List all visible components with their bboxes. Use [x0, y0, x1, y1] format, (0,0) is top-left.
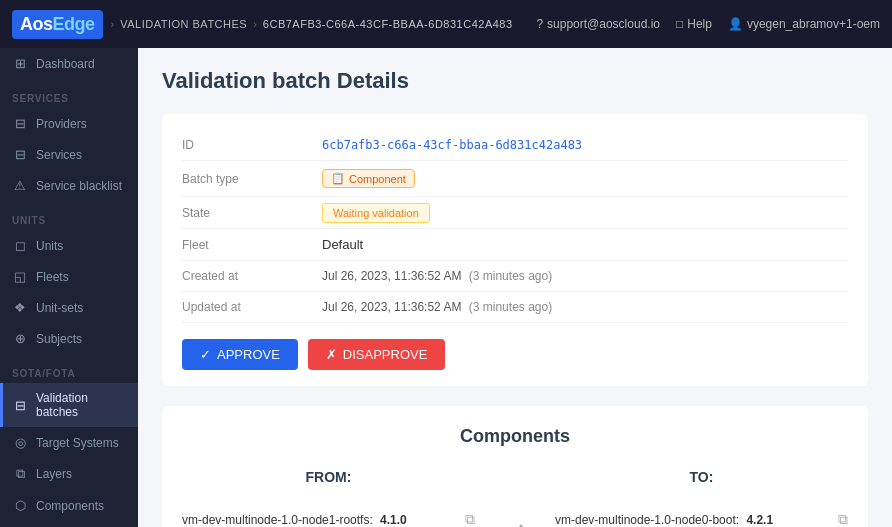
services-icon: ⊟ [12, 147, 28, 162]
sidebar-item-label: Dashboard [36, 57, 95, 71]
detail-card: ID 6cb7afb3-c66a-43cf-bbaa-6d831c42a483 … [162, 114, 868, 386]
app-logo: AosEdge [12, 10, 103, 39]
page-title: Validation batch Details [162, 68, 868, 94]
sidebar-item-label: Providers [36, 117, 87, 131]
to-list: vm-dev-multinode-1.0-node0-boot: 4.2.1 ⧉… [555, 503, 848, 527]
detail-row-updated-at: Updated at Jul 26, 2023, 11:36:52 AM (3 … [182, 292, 848, 323]
sidebar-item-providers[interactable]: ⊟ Providers [0, 108, 138, 139]
batch-type-label: Batch type [182, 172, 322, 186]
help-icon: □ [676, 17, 683, 31]
detail-row-batch-type: Batch type 📋 Component [182, 161, 848, 197]
breadcrumb-batch-id: 6CB7AFB3-C66A-43CF-BBAA-6D831C42A483 [263, 18, 513, 30]
breadcrumb-arrow-2: › [253, 18, 257, 30]
breadcrumb: › VALIDATION BATCHES › 6CB7AFB3-C66A-43C… [111, 18, 529, 30]
sidebar-item-components[interactable]: ⬡ Components [0, 490, 138, 521]
layers-icon: ⧉ [12, 466, 28, 482]
unit-sets-icon: ❖ [12, 300, 28, 315]
components-grid: FROM: vm-dev-multinode-1.0-node1-rootfs:… [182, 463, 848, 527]
from-column: FROM: vm-dev-multinode-1.0-node1-rootfs:… [182, 463, 475, 527]
detail-row-created-at: Created at Jul 26, 2023, 11:36:52 AM (3 … [182, 261, 848, 292]
sidebar-item-unit-sets[interactable]: ❖ Unit-sets [0, 292, 138, 323]
sidebar-item-layers[interactable]: ⧉ Layers [0, 458, 138, 490]
created-at-label: Created at [182, 269, 322, 283]
sidebar-item-validation-batches[interactable]: ⊟ Validation batches [0, 383, 138, 427]
sidebar-section-units: UNITS [0, 201, 138, 230]
support-icon: ? [536, 17, 543, 31]
breadcrumb-arrow-1: › [111, 18, 115, 30]
main-content: Validation batch Details ID 6cb7afb3-c66… [138, 48, 892, 527]
component-link-icon[interactable]: ⧉ [465, 511, 475, 527]
component-name: vm-dev-multinode-1.0-node1-rootfs: 4.1.0 [182, 513, 407, 527]
updated-at-value: Jul 26, 2023, 11:36:52 AM (3 minutes ago… [322, 300, 552, 314]
state-label: State [182, 206, 322, 220]
components-title: Components [182, 426, 848, 447]
sidebar-item-target-systems[interactable]: ◎ Target Systems [0, 427, 138, 458]
detail-row-id: ID 6cb7afb3-c66a-43cf-bbaa-6d831c42a483 [182, 130, 848, 161]
updated-at-label: Updated at [182, 300, 322, 314]
help-button[interactable]: □ Help [676, 17, 712, 31]
to-header: TO: [555, 463, 848, 491]
approve-icon: ✓ [200, 347, 211, 362]
app-header: AosEdge › VALIDATION BATCHES › 6CB7AFB3-… [0, 0, 892, 48]
dashboard-icon: ⊞ [12, 56, 28, 71]
approve-button[interactable]: ✓ APPROVE [182, 339, 298, 370]
sidebar-item-label: Components [36, 499, 104, 513]
sidebar-item-service-blacklist[interactable]: ⚠ Service blacklist [0, 170, 138, 201]
action-buttons: ✓ APPROVE ✗ DISAPPROVE [182, 339, 848, 370]
sidebar-section-management: MANAGEMENT [0, 521, 138, 527]
user-label: vyegen_abramov+1-oem [747, 17, 880, 31]
detail-row-fleet: Fleet Default [182, 229, 848, 261]
from-header: FROM: [182, 463, 475, 491]
sidebar-item-label: Unit-sets [36, 301, 83, 315]
id-label: ID [182, 138, 322, 152]
sidebar-item-label: Target Systems [36, 436, 119, 450]
sidebar-item-label: Validation batches [36, 391, 126, 419]
disapprove-icon: ✗ [326, 347, 337, 362]
support-label: support@aoscloud.io [547, 17, 660, 31]
component-version: 4.1.0 [380, 513, 407, 527]
help-label: Help [687, 17, 712, 31]
fleet-value: Default [322, 237, 363, 252]
sidebar-item-label: Subjects [36, 332, 82, 346]
state-value: Waiting validation [322, 205, 430, 220]
units-icon: ◻ [12, 238, 28, 253]
detail-row-state: State Waiting validation [182, 197, 848, 229]
sidebar-item-label: Service blacklist [36, 179, 122, 193]
component-version: 4.2.1 [746, 513, 773, 527]
components-section: Components FROM: vm-dev-multinode-1.0-no… [162, 406, 868, 527]
to-component-row: vm-dev-multinode-1.0-node0-boot: 4.2.1 ⧉ [555, 503, 848, 527]
component-link-icon[interactable]: ⧉ [838, 511, 848, 527]
disapprove-button[interactable]: ✗ DISAPPROVE [308, 339, 446, 370]
validation-batches-icon: ⊟ [12, 398, 28, 413]
batch-type-badge: 📋 Component [322, 169, 415, 188]
sidebar-item-subjects[interactable]: ⊕ Subjects [0, 323, 138, 354]
batch-type-value: 📋 Component [322, 169, 415, 188]
header-right: ? support@aoscloud.io □ Help 👤 vyegen_ab… [536, 17, 880, 31]
breadcrumb-validation-batches[interactable]: VALIDATION BATCHES [120, 18, 247, 30]
components-icon: ⬡ [12, 498, 28, 513]
from-component-row: vm-dev-multinode-1.0-node1-rootfs: 4.1.0… [182, 503, 475, 527]
user-icon: 👤 [728, 17, 743, 31]
sidebar-item-services[interactable]: ⊟ Services [0, 139, 138, 170]
arrow-column: ⇒ [485, 463, 545, 527]
sidebar-item-fleets[interactable]: ◱ Fleets [0, 261, 138, 292]
sidebar-item-dashboard[interactable]: ⊞ Dashboard [0, 48, 138, 79]
app-layout: ⊞ Dashboard SERVICES ⊟ Providers ⊟ Servi… [0, 48, 892, 527]
fleets-icon: ◱ [12, 269, 28, 284]
user-menu[interactable]: 👤 vyegen_abramov+1-oem [728, 17, 880, 31]
sidebar-section-sota: SOTA/FOTA [0, 354, 138, 383]
component-name: vm-dev-multinode-1.0-node0-boot: 4.2.1 [555, 513, 773, 527]
providers-icon: ⊟ [12, 116, 28, 131]
sidebar-section-services: SERVICES [0, 79, 138, 108]
sidebar-item-label: Layers [36, 467, 72, 481]
sidebar-item-label: Services [36, 148, 82, 162]
sidebar-item-label: Fleets [36, 270, 69, 284]
id-value: 6cb7afb3-c66a-43cf-bbaa-6d831c42a483 [322, 138, 582, 152]
target-systems-icon: ◎ [12, 435, 28, 450]
sidebar: ⊞ Dashboard SERVICES ⊟ Providers ⊟ Servi… [0, 48, 138, 527]
sidebar-item-units[interactable]: ◻ Units [0, 230, 138, 261]
support-link[interactable]: ? support@aoscloud.io [536, 17, 660, 31]
fleet-label: Fleet [182, 238, 322, 252]
sidebar-item-label: Units [36, 239, 63, 253]
subjects-icon: ⊕ [12, 331, 28, 346]
